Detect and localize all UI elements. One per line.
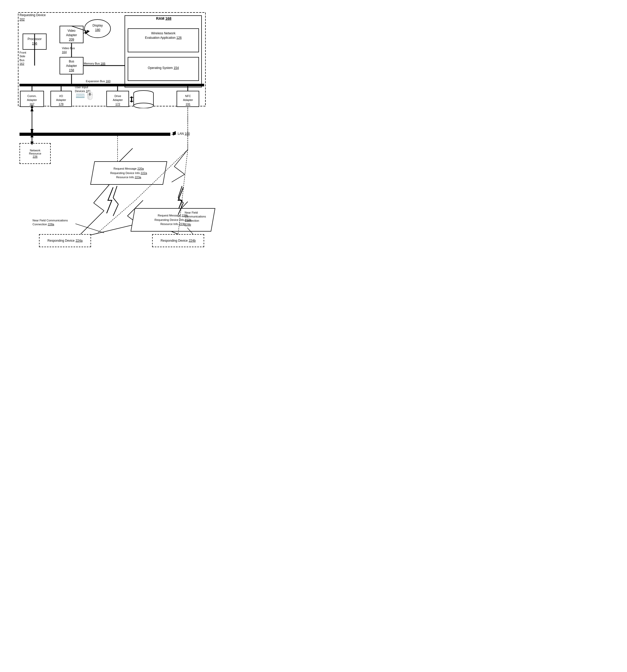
drive-adapter-label: DriveAdapter172 (107, 94, 128, 106)
svg-marker-48 (129, 96, 134, 98)
io-adapter-label: I/OAdapter178 (51, 94, 71, 106)
svg-marker-28 (31, 131, 33, 135)
nfc-adapter-label: NFCAdapter191 (178, 94, 198, 106)
memory-bus-label: Memory Bus 166 (84, 62, 105, 66)
svg-point-47 (134, 103, 153, 108)
ram-label: RAM 168 (156, 16, 171, 21)
network-resource-box: NetworkResource226 (20, 143, 51, 164)
svg-line-61 (172, 232, 178, 234)
comm-adapter-label: Comm.Adapter167 (21, 94, 43, 106)
front-side-bus-label: FrontSideBus162 (20, 51, 26, 66)
expansion-bus-label: Expansion Bus 160 (86, 79, 110, 83)
svg-marker-66 (30, 134, 33, 137)
wireless-app-label: Wireless NetworkEvaluation Application 1… (129, 31, 197, 40)
svg-rect-8 (20, 84, 204, 87)
lightning-a (104, 187, 120, 213)
video-bus-label: Video Bus164 (62, 46, 75, 54)
nfc-conn-a-line (75, 219, 107, 234)
responding-device-b-box: Responding Device 224b (152, 234, 204, 247)
nfc-conn-b-label: Near FieldCommunicationsConnection228b (185, 211, 206, 227)
os-label: Operating System 154 (129, 66, 197, 70)
responding-device-a-box: Responding Device 224a (39, 234, 91, 247)
nfc-conn-a-label: Near Field CommunicationsConnection 228a (32, 219, 68, 226)
keyboard-icon: ⌨️🖱️ (75, 91, 95, 100)
svg-line-59 (94, 203, 104, 211)
requesting-device-label: Requesting Device 202 (20, 13, 46, 22)
svg-line-69 (83, 32, 85, 33)
svg-marker-63 (30, 107, 33, 111)
svg-line-38 (174, 167, 185, 174)
lan-label: ← LAN 100 (174, 131, 190, 136)
svg-marker-50 (129, 101, 134, 102)
svg-rect-23 (20, 133, 170, 136)
svg-rect-49 (131, 98, 132, 101)
processor-label: Processor156 (24, 37, 45, 46)
svg-rect-0 (18, 13, 205, 106)
svg-line-39 (172, 174, 185, 182)
data-storage-cylinder (132, 90, 155, 108)
request-msg-a-box: Request Message 220a Requesting Device I… (90, 161, 167, 185)
video-adapter-label: VideoAdapter209 (61, 29, 82, 42)
display-label: Display180 (85, 23, 110, 32)
bus-adapter-label: BusAdapter158 (61, 59, 82, 72)
diagram: Requesting Device 202 RAM 168 Wireless N… (5, 5, 229, 247)
svg-line-51 (75, 224, 104, 233)
svg-rect-1 (125, 16, 202, 87)
svg-marker-64 (30, 129, 33, 133)
svg-line-37 (174, 150, 188, 167)
drive-storage-arrows (129, 96, 134, 102)
